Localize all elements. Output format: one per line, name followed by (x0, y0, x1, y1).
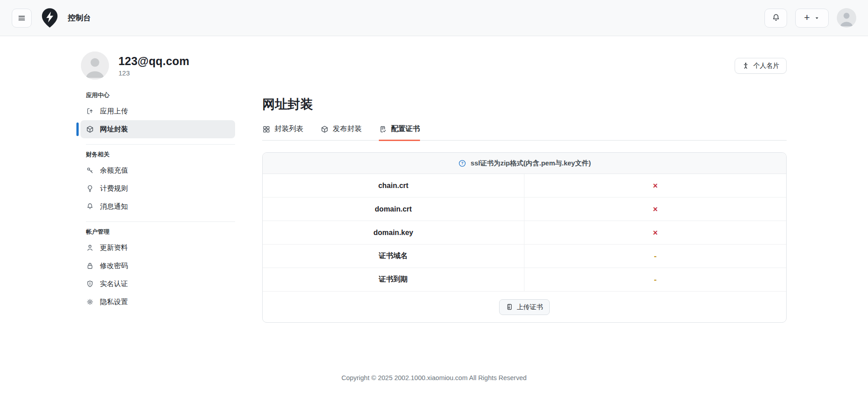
sidebar-item-url-packaging[interactable]: 网址封装 (80, 120, 235, 138)
key-icon (86, 166, 94, 174)
lock-icon (86, 262, 94, 270)
cube-icon (321, 125, 329, 133)
upload-certificate-button[interactable]: 上传证书 (499, 299, 550, 315)
certificate-notice-text: ssl证书为zip格式(内含.pem与.key文件) (471, 159, 591, 168)
status-missing-mark: × (653, 182, 658, 190)
svg-text:?: ? (461, 161, 463, 165)
sidebar-item-balance-recharge[interactable]: 余额充值 (80, 161, 235, 179)
zip-file-icon (506, 303, 513, 310)
profile-username: 123 (118, 69, 189, 77)
profile-header: 123@qq.com 123 个人名片 (0, 36, 868, 80)
sidebar-item-label: 隐私设置 (100, 297, 128, 307)
sidebar-item-label: 修改密码 (100, 261, 128, 271)
app-title: 控制台 (68, 13, 91, 23)
sidebar-divider (86, 221, 235, 222)
page-title: 网址封装 (262, 96, 787, 113)
content-layout: 应用中心 应用上传 网址封装 财务相关 (0, 80, 868, 323)
tab-bar: 封装列表 发布封装 配置证书 (262, 124, 787, 141)
sidebar-section-app-center: 应用中心 (86, 91, 235, 99)
upload-certificate-label: 上传证书 (517, 303, 543, 311)
sidebar-item-update-profile[interactable]: 更新资料 (80, 239, 235, 257)
certificate-notice: ? ssl证书为zip格式(内含.pem与.key文件) (263, 153, 786, 174)
notifications-button[interactable] (764, 9, 787, 28)
sidebar-item-message-notifications[interactable]: 消息通知 (80, 198, 235, 216)
cert-field-label: 证书域名 (263, 245, 524, 268)
cert-field-label: 证书到期 (263, 268, 524, 291)
upload-icon (86, 107, 94, 115)
status-missing-mark: × (653, 205, 658, 213)
sidebar-item-label: 网址封装 (100, 125, 128, 134)
shield-icon (86, 280, 94, 288)
lightning-pin-logo[interactable] (40, 8, 60, 28)
copyright-footer: Copyright © 2025 2002.1000.xiaomiou.com … (0, 374, 868, 381)
cert-file-label: chain.crt (263, 174, 524, 197)
tab-package-list[interactable]: 封装列表 (262, 124, 303, 141)
sidebar-item-change-password[interactable]: 修改密码 (80, 257, 235, 275)
tab-label: 封装列表 (274, 124, 303, 134)
cert-row-chain-crt: chain.crt × (263, 174, 786, 198)
grid-icon (262, 125, 270, 133)
personal-card-button[interactable]: 个人名片 (735, 58, 787, 74)
tab-publish-package[interactable]: 发布封装 (321, 124, 362, 141)
sidebar-item-label: 计费规则 (100, 184, 128, 193)
sidebar-item-label: 消息通知 (100, 202, 128, 212)
cert-row-cert-domain: 证书域名 - (263, 245, 786, 268)
top-navbar: 控制台 + (0, 0, 868, 36)
cube-icon (86, 125, 94, 133)
tab-label: 发布封装 (333, 124, 362, 134)
cert-file-label: domain.crt (263, 198, 524, 221)
file-check-icon (379, 125, 387, 133)
status-empty-mark: - (654, 252, 657, 260)
cert-row-cert-expiry: 证书到期 - (263, 268, 786, 292)
sidebar-item-privacy-settings[interactable]: 隐私设置 (80, 293, 235, 311)
sidebar-item-label: 余额充值 (100, 166, 128, 175)
navbar-avatar[interactable] (837, 8, 856, 28)
profile-email: 123@qq.com (118, 55, 189, 68)
sidebar-item-app-upload[interactable]: 应用上传 (80, 102, 235, 120)
profile-info: 123@qq.com 123 (118, 55, 189, 77)
profile-avatar (81, 52, 109, 80)
bulb-icon (86, 184, 94, 193)
status-empty-mark: - (654, 276, 657, 284)
sidebar-item-label: 更新资料 (100, 243, 128, 253)
status-missing-mark: × (653, 229, 658, 237)
sidebar-item-billing-rules[interactable]: 计费规则 (80, 179, 235, 198)
main-content: 网址封装 封装列表 发布封装 (262, 90, 787, 323)
sidebar-item-label: 实名认证 (100, 279, 128, 289)
certificate-actions: 上传证书 (263, 292, 786, 322)
personal-card-label: 个人名片 (753, 61, 779, 70)
sidebar-item-label: 应用上传 (100, 107, 128, 116)
question-circle-icon[interactable]: ? (458, 159, 467, 168)
hamburger-menu-button[interactable] (12, 9, 32, 28)
plus-icon: + (804, 13, 810, 23)
sidebar-section-finance: 财务相关 (86, 151, 235, 159)
sidebar-item-real-name-verification[interactable]: 实名认证 (80, 275, 235, 293)
bell-icon (771, 13, 781, 23)
person-card-icon (742, 62, 750, 70)
caret-down-icon (814, 15, 820, 21)
certificate-panel: ? ssl证书为zip格式(内含.pem与.key文件) chain.crt ×… (262, 152, 787, 323)
sidebar-divider (86, 144, 235, 145)
cert-row-domain-key: domain.key × (263, 221, 786, 245)
user-icon (86, 244, 94, 252)
cert-file-label: domain.key (263, 221, 524, 244)
tab-configure-certificate[interactable]: 配置证书 (379, 124, 420, 141)
create-new-button[interactable]: + (795, 9, 829, 28)
gear-icon (86, 298, 94, 306)
cert-row-domain-crt: domain.crt × (263, 198, 786, 221)
sidebar-section-account: 帐户管理 (86, 228, 235, 236)
bell-icon (86, 202, 94, 211)
hamburger-icon (17, 14, 26, 23)
sidebar: 应用中心 应用上传 网址封装 财务相关 (77, 90, 235, 311)
tab-label: 配置证书 (391, 124, 420, 134)
